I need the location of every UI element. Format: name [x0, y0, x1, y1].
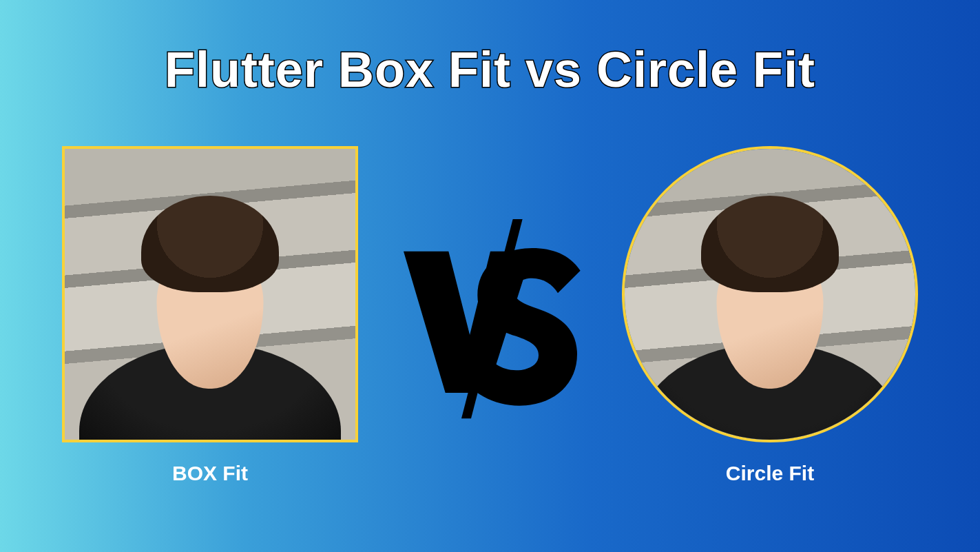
box-fit-frame [62, 146, 358, 442]
vs-icon [394, 212, 587, 419]
portrait-torso [639, 343, 901, 442]
portrait-image-circle [625, 149, 915, 440]
comparison-row: BOX Fit Circle Fit [0, 146, 980, 485]
circle-fit-frame [622, 146, 918, 442]
portrait-torso [79, 343, 341, 442]
page-title: Flutter Box Fit vs Circle Fit [165, 41, 815, 98]
circle-fit-caption: Circle Fit [726, 462, 814, 485]
portrait-neck [172, 309, 248, 364]
vs-separator [387, 167, 594, 464]
box-fit-caption: BOX Fit [172, 462, 248, 485]
circle-fit-panel: Circle Fit [622, 146, 918, 485]
portrait-image-box [65, 149, 355, 440]
box-fit-panel: BOX Fit [62, 146, 358, 485]
portrait-neck [732, 309, 808, 364]
